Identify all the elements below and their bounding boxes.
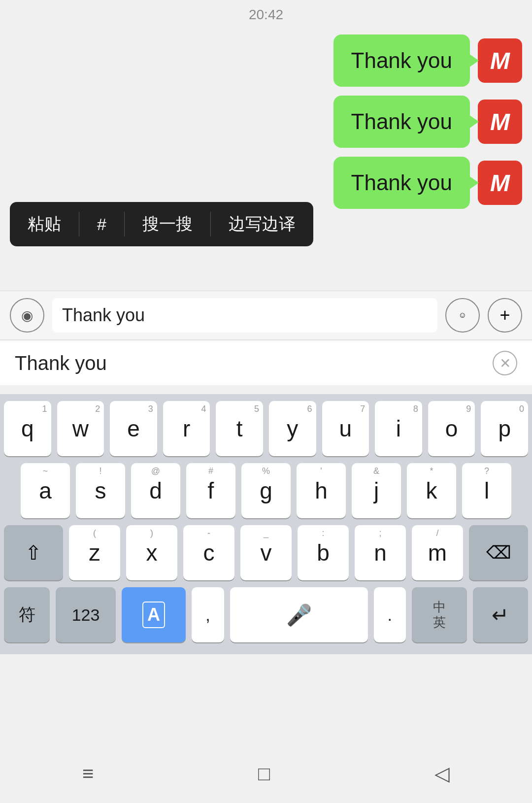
chat-area: Thank you M Thank you M Thank you M 粘贴 #… bbox=[0, 30, 532, 223]
back-icon: ◁ bbox=[434, 763, 450, 784]
key-m[interactable]: /m bbox=[412, 525, 463, 580]
key-x[interactable]: )x bbox=[126, 525, 177, 580]
status-bar: 20:42 bbox=[0, 0, 532, 30]
keyboard-row-3: ⇧ (z )x -c _v :b ;n /m ⌫ bbox=[4, 525, 528, 580]
context-menu-paste[interactable]: 粘贴 bbox=[10, 202, 79, 246]
key-fu[interactable]: 符 bbox=[4, 587, 50, 642]
plus-button[interactable]: + bbox=[488, 298, 522, 333]
return-label: ↵ bbox=[492, 603, 509, 627]
message-row: Thank you M bbox=[10, 96, 522, 148]
search-clear-button[interactable]: ✕ bbox=[493, 351, 517, 375]
key-i[interactable]: 8i bbox=[375, 401, 422, 456]
key-l[interactable]: ?l bbox=[462, 463, 511, 518]
nav-menu-button[interactable]: ≡ bbox=[82, 763, 94, 785]
shift-icon: ⇧ bbox=[25, 541, 42, 564]
key-a[interactable]: ~a bbox=[21, 463, 70, 518]
lang-a-icon: A bbox=[142, 602, 165, 628]
input-bar: ◉ Thank you ☺ + bbox=[0, 291, 532, 340]
search-area: Thank you ✕ bbox=[0, 341, 532, 386]
key-zh-en[interactable]: 中 英 bbox=[412, 587, 467, 642]
status-time: 20:42 bbox=[249, 7, 283, 23]
voice-icon: ◉ bbox=[21, 307, 33, 324]
menu-icon: ≡ bbox=[82, 763, 94, 784]
key-space[interactable]: 🎤 bbox=[230, 587, 368, 642]
mic-icon: 🎤 bbox=[286, 603, 312, 627]
period-label: . bbox=[388, 605, 392, 625]
message-row: Thank you M bbox=[10, 34, 522, 87]
key-period[interactable]: . bbox=[374, 587, 406, 642]
key-v[interactable]: _v bbox=[240, 525, 292, 580]
context-menu-search[interactable]: 搜一搜 bbox=[125, 202, 210, 246]
key-r[interactable]: 4r bbox=[163, 401, 210, 456]
avatar-1: M bbox=[478, 38, 522, 83]
keyboard: 1q 2w 3e 4r 5t 6y 7u 8i 9o 0p ~a !s @d #… bbox=[0, 394, 532, 654]
key-delete[interactable]: ⌫ bbox=[469, 525, 528, 580]
key-return[interactable]: ↵ bbox=[473, 587, 528, 642]
context-menu-translate[interactable]: 边写边译 bbox=[211, 202, 313, 246]
message-row: Thank you M bbox=[10, 157, 522, 209]
key-y[interactable]: 6y bbox=[269, 401, 316, 456]
nav-bar: ≡ □ ◁ bbox=[0, 744, 532, 803]
input-text: Thank you bbox=[62, 305, 145, 326]
fu-label: 符 bbox=[19, 603, 35, 626]
context-menu: 粘贴 # 搜一搜 边写边译 bbox=[10, 202, 313, 246]
clear-icon: ✕ bbox=[499, 355, 511, 371]
emoji-icon: ☺ bbox=[459, 311, 466, 320]
key-o[interactable]: 9o bbox=[428, 401, 475, 456]
search-text: Thank you bbox=[15, 352, 493, 374]
key-q[interactable]: 1q bbox=[4, 401, 51, 456]
comma-label: , bbox=[205, 605, 210, 625]
key-s[interactable]: !s bbox=[76, 463, 125, 518]
key-j[interactable]: &j bbox=[352, 463, 401, 518]
message-bubble-3[interactable]: Thank you bbox=[333, 157, 470, 209]
key-p[interactable]: 0p bbox=[481, 401, 528, 456]
delete-icon: ⌫ bbox=[486, 542, 511, 563]
key-c[interactable]: -c bbox=[183, 525, 234, 580]
voice-button[interactable]: ◉ bbox=[10, 298, 44, 333]
num-label: 123 bbox=[72, 605, 100, 625]
nav-back-button[interactable]: ◁ bbox=[434, 762, 450, 785]
key-123[interactable]: 123 bbox=[56, 587, 115, 642]
message-bubble-2[interactable]: Thank you bbox=[333, 96, 470, 148]
key-k[interactable]: *k bbox=[407, 463, 456, 518]
key-u[interactable]: 7u bbox=[322, 401, 369, 456]
text-input[interactable]: Thank you bbox=[52, 298, 437, 333]
home-icon: □ bbox=[258, 763, 270, 784]
plus-icon: + bbox=[499, 305, 510, 326]
emoji-button[interactable]: ☺ bbox=[445, 298, 480, 333]
key-t[interactable]: 5t bbox=[216, 401, 263, 456]
context-menu-hash[interactable]: # bbox=[79, 204, 124, 245]
key-shift[interactable]: ⇧ bbox=[4, 525, 63, 580]
key-w[interactable]: 2w bbox=[57, 401, 104, 456]
keyboard-row-bottom: 符 123 A , 🎤 . 中 英 ↵ bbox=[4, 587, 528, 642]
zh-en-label: 中 英 bbox=[433, 600, 446, 630]
key-n[interactable]: ;n bbox=[355, 525, 406, 580]
key-lang-toggle[interactable]: A bbox=[122, 587, 186, 642]
key-b[interactable]: :b bbox=[298, 525, 349, 580]
key-e[interactable]: 3e bbox=[110, 401, 157, 456]
key-z[interactable]: (z bbox=[69, 525, 120, 580]
avatar-3: M bbox=[478, 161, 522, 205]
key-g[interactable]: %g bbox=[241, 463, 291, 518]
message-bubble-1[interactable]: Thank you bbox=[333, 34, 470, 87]
keyboard-row-2: ~a !s @d #f %g 'h &j *k ?l bbox=[4, 463, 528, 518]
key-f[interactable]: #f bbox=[186, 463, 235, 518]
nav-home-button[interactable]: □ bbox=[258, 763, 270, 785]
keyboard-row-1: 1q 2w 3e 4r 5t 6y 7u 8i 9o 0p bbox=[4, 401, 528, 456]
key-d[interactable]: @d bbox=[131, 463, 180, 518]
key-comma[interactable]: , bbox=[192, 587, 224, 642]
avatar-2: M bbox=[478, 100, 522, 144]
key-h[interactable]: 'h bbox=[297, 463, 346, 518]
